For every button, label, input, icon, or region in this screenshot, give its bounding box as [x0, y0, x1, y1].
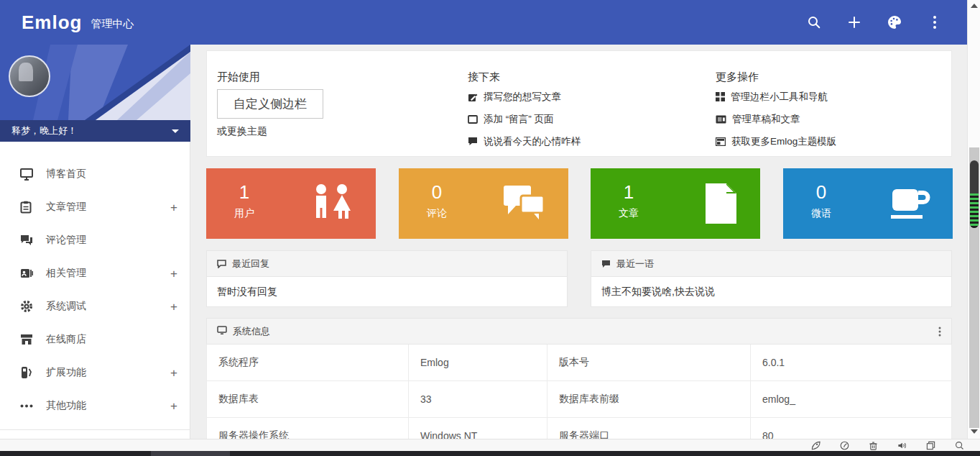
theme-palette-icon[interactable] [887, 14, 902, 30]
scrollbar [967, 0, 980, 439]
si-value: Emlog [408, 345, 547, 380]
si-value: 80 [750, 418, 952, 439]
sidebar-item-articles[interactable]: 文章管理 + [0, 191, 190, 224]
users-count: 1 [232, 180, 256, 204]
welcome-panel: 开始使用 自定义侧边栏 或更换主题 接下来 撰写您的想写文章 添加 “留言” 页… [206, 50, 952, 157]
post-mood-link[interactable]: 说说看今天的心情咋样 [468, 130, 581, 152]
change-theme-link[interactable]: 或更换主题 [217, 125, 267, 138]
scroll-up-icon[interactable] [971, 4, 978, 8]
si-label: 服务器端口 [547, 418, 750, 439]
user-greeting: 释梦，晚上好！ [11, 124, 77, 137]
search-icon[interactable] [806, 14, 822, 30]
id-card-icon [20, 266, 34, 281]
page-title: 管理中心 [91, 17, 134, 31]
user-greeting-bar[interactable]: 释梦，晚上好！ [0, 120, 190, 142]
panel-options-icon[interactable] [938, 327, 941, 337]
sidebar-item-related[interactable]: 相关管理 + [0, 257, 190, 290]
taskbar [0, 451, 980, 456]
trash-icon[interactable] [869, 441, 878, 450]
getting-started-title: 开始使用 [217, 70, 323, 84]
recent-reply-body: 暂时没有回复 [206, 277, 568, 307]
article-icon [716, 115, 726, 124]
chat-filled-icon [601, 260, 611, 268]
manage-widgets-link[interactable]: 管理边栏小工具和导航 [716, 86, 836, 108]
sidebar-item-system-debug[interactable]: 系统调试 + [0, 290, 190, 323]
si-value: 6.0.1 [750, 345, 952, 380]
getting-started-column: 开始使用 自定义侧边栏 或更换主题 [217, 51, 323, 138]
sidebar-item-label: 在线商店 [46, 333, 86, 346]
sidebar-item-label: 博客首页 [46, 168, 86, 181]
recent-reply-panel: 最近回复 暂时没有回复 [206, 250, 568, 307]
sidebar-item-store[interactable]: 在线商店 [0, 323, 190, 356]
emlog-admin-screen: Emlog 管理中心 [0, 0, 980, 456]
stat-card-microblog[interactable]: 0微语 [783, 168, 953, 239]
page-icon [468, 115, 478, 124]
si-label: 服务器操作系统 [207, 418, 408, 439]
table-row: 系统程序 Emlog 版本号 6.0.1 [206, 345, 952, 381]
sidebar-menu: 博客首页 文章管理 + 评论管理 相关管理 + 系统调试 + [0, 158, 190, 422]
sidebar-item-label: 文章管理 [46, 201, 86, 214]
sidebar-item-label: 扩展功能 [46, 366, 86, 379]
user-avatar[interactable] [9, 55, 50, 97]
page-search-icon[interactable] [955, 441, 964, 450]
scrollbar-track[interactable] [969, 147, 979, 428]
comments-label: 评论 [425, 204, 449, 222]
boost-rocket-icon[interactable] [811, 441, 820, 450]
scrollbar-thumb[interactable] [970, 160, 979, 228]
recent-reply-header: 最近回复 [206, 250, 568, 277]
store-icon [20, 332, 34, 347]
sidebar-item-other[interactable]: 其他功能 + [0, 389, 190, 422]
comments-icon [502, 184, 547, 223]
next-step-label: 撰写您的想写文章 [484, 91, 561, 104]
stat-card-articles[interactable]: 1文章 [591, 168, 760, 239]
manage-drafts-link[interactable]: 管理草稿和文章 [716, 108, 836, 130]
system-info-panel: 系统信息 系统程序 Emlog 版本号 6.0.1 数据库表 33 数据库表前缀… [206, 318, 952, 439]
expand-plus-icon[interactable]: + [170, 367, 177, 379]
sidebar-item-label: 评论管理 [46, 234, 86, 247]
expand-plus-icon[interactable]: + [170, 268, 177, 280]
microblog-count: 0 [809, 180, 833, 204]
volume-icon[interactable] [897, 441, 907, 450]
articles-count: 1 [616, 180, 641, 204]
table-row: 服务器操作系统 Windows NT 服务器端口 80 [206, 418, 952, 439]
scroll-down-icon[interactable] [971, 429, 978, 434]
top-header: Emlog 管理中心 [0, 0, 967, 45]
expand-plus-icon[interactable]: + [170, 201, 177, 214]
chat-icon [468, 137, 478, 146]
add-page-link[interactable]: 添加 “留言” 页面 [468, 108, 581, 130]
monitor-small-icon [217, 326, 227, 337]
stat-card-users[interactable]: 1用户 [206, 168, 376, 239]
get-themes-link[interactable]: 获取更多Emlog主题模版 [716, 130, 836, 152]
expand-plus-icon[interactable]: + [170, 301, 177, 313]
expand-plus-icon[interactable]: + [170, 400, 177, 412]
sidebar-item-blog-home[interactable]: 博客首页 [0, 158, 190, 191]
more-action-label: 管理草稿和文章 [732, 113, 800, 126]
more-menu-icon[interactable] [927, 14, 943, 30]
recent-note-body[interactable]: 博主不知要说啥,快去说说 [591, 277, 952, 307]
more-actions-title: 更多操作 [716, 70, 836, 84]
stat-card-comments[interactable]: 0评论 [399, 168, 568, 239]
speed-mode-icon[interactable] [840, 441, 849, 450]
users-icon [310, 183, 354, 224]
recent-note-title: 最近一语 [616, 257, 654, 270]
taskbar-active-app[interactable] [151, 451, 230, 456]
sidebar-item-label: 系统调试 [46, 300, 86, 313]
si-label: 数据库表 [207, 381, 408, 417]
sidebar-item-comments[interactable]: 评论管理 [0, 224, 190, 257]
users-label: 用户 [232, 204, 256, 222]
theme-template-icon [716, 137, 726, 146]
sidebar-item-extensions[interactable]: 扩展功能 + [0, 356, 190, 389]
emlog-logo[interactable]: Emlog [22, 12, 82, 34]
customize-sidebar-button[interactable]: 自定义侧边栏 [217, 89, 323, 119]
header-actions [806, 0, 943, 45]
window-restore-icon[interactable] [926, 441, 935, 450]
clipboard-icon [20, 200, 34, 214]
si-value: 33 [408, 381, 547, 417]
add-icon[interactable] [846, 14, 862, 30]
recent-reply-title: 最近回复 [232, 257, 269, 270]
sidebar-item-label: 相关管理 [46, 267, 86, 280]
system-info-title: 系统信息 [233, 325, 270, 338]
write-article-link[interactable]: 撰写您的想写文章 [468, 86, 581, 108]
profile-banner [0, 45, 190, 120]
sidebar: 释梦，晚上好！ 博客首页 文章管理 + 评论管理 相关管理 + [0, 45, 190, 439]
